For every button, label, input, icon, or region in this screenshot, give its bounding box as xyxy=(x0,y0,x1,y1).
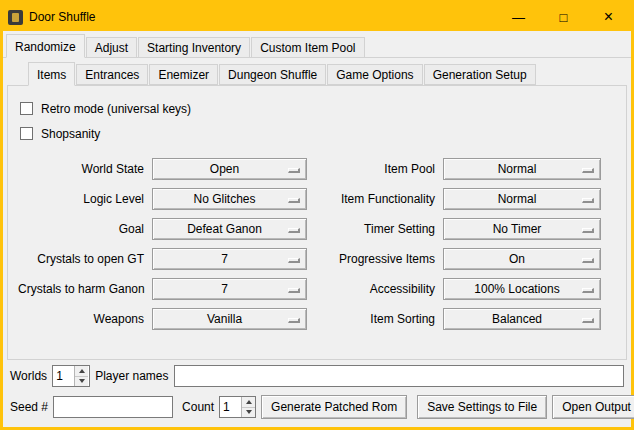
app-window: Door Shuffle — □ × Randomize Adjust Star… xyxy=(0,0,634,430)
tab-generation-setup[interactable]: Generation Setup xyxy=(424,64,536,85)
worlds-label: Worlds xyxy=(10,369,47,383)
goal-label: Goal xyxy=(18,222,144,236)
seed-row: Seed # Count Generate Patched Rom Save S… xyxy=(10,395,624,419)
item-sorting-label: Item Sorting xyxy=(315,312,435,326)
spin-up-icon[interactable] xyxy=(242,397,255,408)
crystals-open-gt-dropdown[interactable]: 7 xyxy=(152,248,307,270)
progressive-items-dropdown[interactable]: On xyxy=(443,248,601,270)
randomize-pane: Items Entrances Enemizer Dungeon Shuffle… xyxy=(3,58,631,427)
crystals-open-gt-label: Crystals to open GT xyxy=(18,252,144,266)
count-input[interactable] xyxy=(220,397,241,417)
shopsanity-checkbox[interactable] xyxy=(20,127,33,140)
dropdown-indicator-icon xyxy=(582,198,594,203)
dropdown-indicator-icon xyxy=(288,198,300,203)
items-pane: Retro mode (universal keys) Shopsanity W… xyxy=(7,85,627,360)
player-names-label: Player names xyxy=(95,369,168,383)
timer-setting-dropdown[interactable]: No Timer xyxy=(443,218,601,240)
worlds-spinner[interactable] xyxy=(52,365,90,387)
open-output-directory-button[interactable]: Open Output Directory xyxy=(552,395,634,419)
count-label: Count xyxy=(182,400,214,414)
tab-adjust[interactable]: Adjust xyxy=(86,37,137,58)
maximize-button[interactable]: □ xyxy=(541,3,586,31)
retro-mode-checkbox[interactable] xyxy=(20,102,33,115)
seed-label: Seed # xyxy=(10,400,48,414)
count-spinner[interactable] xyxy=(219,396,256,418)
world-state-dropdown[interactable]: Open xyxy=(152,158,307,180)
bottom-controls: Worlds Player names Seed # Count xyxy=(3,360,631,427)
item-sorting-dropdown[interactable]: Balanced xyxy=(443,308,601,330)
worlds-spinner-buttons xyxy=(74,366,88,386)
timer-setting-label: Timer Setting xyxy=(315,222,435,236)
weapons-dropdown[interactable]: Vanilla xyxy=(152,308,307,330)
dropdown-indicator-icon xyxy=(288,318,300,323)
inner-tabbar: Items Entrances Enemizer Dungeon Shuffle… xyxy=(3,62,631,85)
weapons-label: Weapons xyxy=(18,312,144,326)
titlebar: Door Shuffle — □ × xyxy=(3,3,631,31)
tab-randomize[interactable]: Randomize xyxy=(6,34,85,58)
generate-patched-rom-button[interactable]: Generate Patched Rom xyxy=(261,395,407,419)
minimize-icon: — xyxy=(512,11,525,24)
tab-starting-inventory[interactable]: Starting Inventory xyxy=(138,37,250,58)
dropdown-indicator-icon xyxy=(288,228,300,233)
tab-game-options[interactable]: Game Options xyxy=(327,64,422,85)
goal-dropdown[interactable]: Defeat Ganon xyxy=(152,218,307,240)
tab-entrances[interactable]: Entrances xyxy=(76,64,148,85)
window-title: Door Shuffle xyxy=(29,10,96,24)
shopsanity-row: Shopsanity xyxy=(20,125,618,142)
player-names-input[interactable] xyxy=(174,365,625,387)
dropdown-indicator-icon xyxy=(582,228,594,233)
accessibility-label: Accessibility xyxy=(315,282,435,296)
dropdown-indicator-icon xyxy=(582,318,594,323)
accessibility-dropdown[interactable]: 100% Locations xyxy=(443,278,601,300)
shopsanity-label: Shopsanity xyxy=(41,127,100,141)
tab-items[interactable]: Items xyxy=(28,62,75,86)
progressive-items-label: Progressive Items xyxy=(315,252,435,266)
dropdown-indicator-icon xyxy=(582,168,594,173)
spin-up-icon[interactable] xyxy=(75,366,88,377)
world-state-label: World State xyxy=(18,162,144,176)
dropdown-indicator-icon xyxy=(582,288,594,293)
retro-mode-label: Retro mode (universal keys) xyxy=(41,102,191,116)
maximize-icon: □ xyxy=(560,11,568,24)
save-settings-button[interactable]: Save Settings to File xyxy=(417,395,547,419)
item-functionality-dropdown[interactable]: Normal xyxy=(443,188,601,210)
app-icon xyxy=(8,10,23,25)
spin-down-icon[interactable] xyxy=(242,408,255,418)
retro-mode-row: Retro mode (universal keys) xyxy=(20,100,618,117)
minimize-button[interactable]: — xyxy=(496,3,541,31)
count-spinner-buttons xyxy=(241,397,255,417)
logic-level-dropdown[interactable]: No Glitches xyxy=(152,188,307,210)
dropdown-indicator-icon xyxy=(288,168,300,173)
item-pool-label: Item Pool xyxy=(315,162,435,176)
spin-down-icon[interactable] xyxy=(75,377,88,387)
worlds-input[interactable] xyxy=(53,366,74,386)
crystals-harm-ganon-label: Crystals to harm Ganon xyxy=(18,282,144,296)
window-content: Randomize Adjust Starting Inventory Cust… xyxy=(3,31,631,427)
outer-tabbar: Randomize Adjust Starting Inventory Cust… xyxy=(3,34,631,58)
close-icon: × xyxy=(604,9,613,25)
seed-input[interactable] xyxy=(53,396,173,418)
item-functionality-label: Item Functionality xyxy=(315,192,435,206)
dropdown-indicator-icon xyxy=(582,258,594,263)
tab-dungeon-shuffle[interactable]: Dungeon Shuffle xyxy=(219,64,326,85)
tab-enemizer[interactable]: Enemizer xyxy=(149,64,218,85)
crystals-harm-ganon-dropdown[interactable]: 7 xyxy=(152,278,307,300)
multiworld-row: Worlds Player names xyxy=(10,364,624,388)
options-grid: World State Open Item Pool Normal Logic … xyxy=(18,158,618,330)
close-button[interactable]: × xyxy=(586,3,631,31)
tab-custom-item-pool[interactable]: Custom Item Pool xyxy=(251,37,364,58)
item-pool-dropdown[interactable]: Normal xyxy=(443,158,601,180)
dropdown-indicator-icon xyxy=(288,288,300,293)
dropdown-indicator-icon xyxy=(288,258,300,263)
logic-level-label: Logic Level xyxy=(18,192,144,206)
